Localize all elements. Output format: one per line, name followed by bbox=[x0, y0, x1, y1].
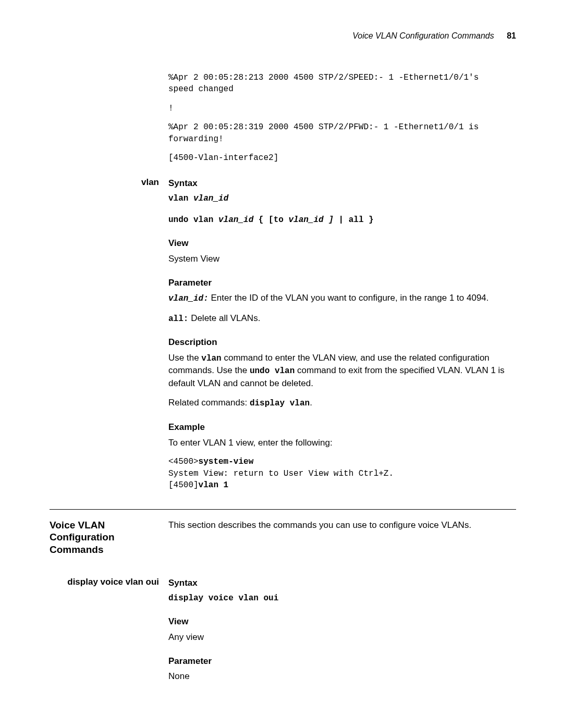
example-code: <4500>system-view System View: return to… bbox=[168, 456, 516, 491]
syntax-line: vlan vlan_id bbox=[168, 193, 516, 204]
header-title: Voice VLAN Configuration Commands bbox=[352, 31, 494, 40]
section-intro: This section describes the commands you … bbox=[168, 519, 516, 530]
parameter-text: None bbox=[168, 670, 516, 683]
console-line: [4500-Vlan-interface2] bbox=[168, 152, 516, 164]
console-output: %Apr 2 00:05:28:213 2000 4500 STP/2/SPEE… bbox=[168, 72, 516, 164]
view-heading: View bbox=[168, 615, 516, 628]
example-heading: Example bbox=[168, 421, 516, 434]
console-line: speed changed bbox=[168, 83, 516, 95]
parameter-line: vlan_id: Enter the ID of the VLAN you wa… bbox=[168, 292, 516, 304]
section-title: Voice VLAN Configuration Commands bbox=[50, 519, 168, 556]
example-line: <4500>system-view bbox=[168, 456, 516, 467]
parameter-line: all: Delete all VLANs. bbox=[168, 312, 516, 325]
page-header: Voice VLAN Configuration Commands 81 bbox=[50, 31, 516, 41]
related-commands: Related commands: display vlan. bbox=[168, 397, 516, 409]
header-page-number: 81 bbox=[507, 31, 516, 40]
example-line: [4500]vlan 1 bbox=[168, 479, 516, 491]
command-label-vlan: vlan bbox=[50, 177, 168, 188]
console-line: %Apr 2 00:05:28:213 2000 4500 STP/2/SPEE… bbox=[168, 72, 516, 83]
example-line: System View: return to User View with Ct… bbox=[168, 468, 516, 479]
syntax-heading: Syntax bbox=[168, 177, 516, 190]
syntax-line: undo vlan vlan_id { [to vlan_id ] | all … bbox=[168, 214, 516, 226]
console-line: forwarding! bbox=[168, 133, 516, 145]
section-divider bbox=[50, 509, 516, 510]
description-heading: Description bbox=[168, 336, 516, 349]
console-line: %Apr 2 00:05:28:319 2000 4500 STP/2/PFWD… bbox=[168, 121, 516, 133]
description-text: Use the vlan command to enter the VLAN v… bbox=[168, 352, 516, 390]
syntax-line: display voice vlan oui bbox=[168, 593, 516, 604]
parameter-heading: Parameter bbox=[168, 277, 516, 289]
syntax-heading: Syntax bbox=[168, 577, 516, 589]
view-heading: View bbox=[168, 237, 516, 250]
parameter-heading: Parameter bbox=[168, 655, 516, 668]
view-text: Any view bbox=[168, 631, 516, 644]
view-text: System View bbox=[168, 253, 516, 265]
command-label-display-voice-vlan-oui: display voice vlan oui bbox=[50, 577, 168, 587]
console-line: ! bbox=[168, 103, 516, 114]
example-intro: To enter VLAN 1 view, enter the followin… bbox=[168, 437, 516, 449]
